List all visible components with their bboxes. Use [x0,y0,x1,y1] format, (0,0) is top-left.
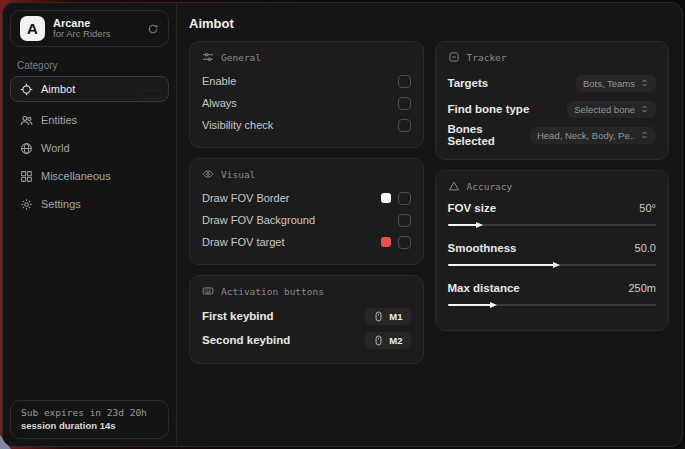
color-swatch-white[interactable] [381,193,391,203]
fov-size-slider[interactable] [448,224,657,226]
setting-label: Draw FOV Background [202,214,315,226]
setting-label: Bones Selected [448,123,530,147]
find-bone-type-dropdown[interactable]: Selected bone [567,101,656,118]
mouse-icon [373,311,384,322]
sidebar-item-settings[interactable]: Settings [10,191,169,217]
always-checkbox[interactable] [398,97,411,110]
setting-row-enable: Enable [202,70,411,92]
enable-checkbox[interactable] [398,75,411,88]
panel-title-label: Activation buttons [221,286,324,297]
setting-label: Always [202,97,237,109]
bones-selected-dropdown[interactable]: Head, Neck, Body, Pe.. [530,127,656,144]
crosshair-icon [20,83,33,96]
reload-icon[interactable] [147,23,159,35]
slider-thumb[interactable] [490,302,497,308]
fov-border-checkbox[interactable] [398,192,411,205]
targets-dropdown[interactable]: Bots, Teams [576,75,656,92]
setting-label: Draw FOV Border [202,192,289,204]
setting-label: First keybind [202,310,274,322]
dropdown-value: Selected bone [574,104,635,115]
scan-icon [448,51,460,63]
panel-title-label: General [221,52,261,63]
users-icon [20,114,33,127]
keyboard-icon [202,285,214,297]
fov-target-checkbox[interactable] [398,236,411,249]
max-distance-slider[interactable] [448,304,657,306]
keybind-value: M1 [389,311,402,322]
slider-thumb[interactable] [476,222,483,228]
slider-thumb[interactable] [553,262,560,268]
accuracy-panel: Accuracy FOV size 50° Smoothness [435,170,670,331]
sidebar-item-aimbot[interactable]: Aimbot [10,76,169,102]
dropdown-value: Head, Neck, Body, Pe.. [537,130,635,141]
chevrons-up-down-icon [640,130,649,140]
sidebar-item-entities[interactable]: Entities [10,107,169,133]
gear-icon [20,198,33,211]
app-logo: A [20,16,45,41]
setting-row-targets: Targets Bots, Teams [448,70,657,96]
setting-row-fov-border: Draw FOV Border [202,187,411,209]
grid-icon [20,170,33,183]
app-window: A Arcane for Arc Riders Category Aimbot [2,2,683,447]
sidebar-nav: Aimbot Entities World [3,75,176,218]
slider-value: 250m [628,282,656,294]
sidebar-item-label: Entities [41,114,77,126]
fov-size-slider-group: FOV size 50° [448,199,657,226]
sidebar: A Arcane for Arc Riders Category Aimbot [3,3,177,446]
sidebar-item-world[interactable]: World [10,135,169,161]
app-subtitle: for Arc Riders [53,29,139,40]
sub-expiry-text: Sub expires in 23d 20h [21,407,158,418]
setting-row-always: Always [202,92,411,114]
visibility-check-checkbox[interactable] [398,119,411,132]
second-keybind-button[interactable]: M2 [365,332,410,349]
setting-row-second-keybind: Second keybind M2 [202,328,411,352]
sidebar-item-label: World [41,142,70,154]
slider-label: Max distance [448,282,520,294]
slider-label: FOV size [448,202,497,214]
mouse-icon [373,335,384,346]
color-swatch-red[interactable] [381,237,391,247]
keybind-hint-badge [138,90,162,99]
globe-icon [20,142,33,155]
sliders-icon [202,51,214,63]
setting-label: Targets [448,77,489,89]
visual-panel: Visual Draw FOV Border Draw FOV Backgrou… [189,158,424,265]
setting-row-find-bone-type: Find bone type Selected bone [448,96,657,122]
setting-label: Find bone type [448,103,530,115]
smoothness-slider[interactable] [448,264,657,266]
left-column: General Enable Always Visibility check [189,41,424,364]
setting-row-fov-background: Draw FOV Background [202,209,411,231]
max-distance-slider-group: Max distance 250m [448,279,657,306]
panel-title-label: Tracker [467,52,507,63]
eye-icon [202,168,214,180]
setting-row-bones-selected: Bones Selected Head, Neck, Body, Pe.. [448,122,657,148]
sidebar-item-label: Aimbot [41,83,75,95]
right-column: Tracker Targets Bots, Teams [435,41,670,331]
chevrons-up-down-icon [640,78,649,88]
sidebar-item-miscellaneous[interactable]: Miscellaneous [10,163,169,189]
sidebar-item-label: Settings [41,198,81,210]
dropdown-value: Bots, Teams [583,78,635,89]
page-title: Aimbot [189,16,669,31]
setting-row-visibility-check: Visibility check [202,114,411,136]
fov-background-checkbox[interactable] [398,214,411,227]
panel-title-label: Visual [221,169,255,180]
keybind-value: M2 [389,335,402,346]
triangle-icon [448,180,460,192]
panel-title-label: Accuracy [467,181,513,192]
first-keybind-button[interactable]: M1 [365,308,410,325]
setting-label: Enable [202,75,236,87]
setting-row-first-keybind: First keybind M1 [202,304,411,328]
session-duration-text: session duration 14s [21,420,158,431]
logo-card: A Arcane for Arc Riders [10,10,169,47]
slider-label: Smoothness [448,242,517,254]
setting-label: Draw FOV target [202,236,285,248]
setting-row-fov-target: Draw FOV target [202,231,411,253]
setting-label: Second keybind [202,334,290,346]
setting-label: Visibility check [202,119,273,131]
tracker-panel: Tracker Targets Bots, Teams [435,41,670,160]
subscription-card: Sub expires in 23d 20h session duration … [10,400,169,439]
slider-value: 50.0 [635,242,656,254]
smoothness-slider-group: Smoothness 50.0 [448,239,657,266]
slider-value: 50° [639,202,656,214]
